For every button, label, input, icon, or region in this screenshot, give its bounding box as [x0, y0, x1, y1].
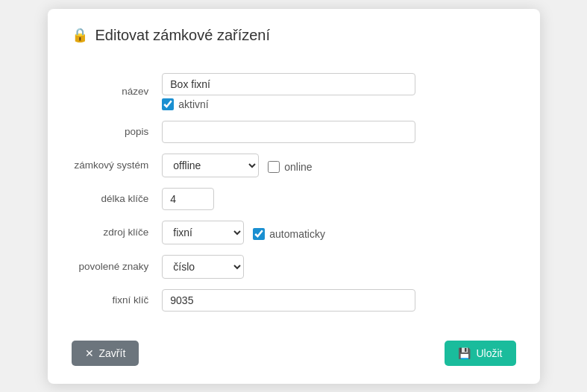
automatic-checkbox[interactable] [253, 228, 265, 240]
active-row: aktivní [162, 98, 512, 110]
lock-system-cell: offline online online [159, 148, 515, 183]
modal-header: 🔒 Editovat zámkové zařízení [72, 27, 516, 50]
description-input[interactable] [162, 121, 415, 143]
allowed-chars-label: povolené znaky [72, 250, 160, 284]
name-row: název aktivní [72, 68, 516, 116]
fixed-key-label: fixní klíč [72, 284, 160, 317]
allowed-chars-cell: číslo písmeno vše [159, 250, 515, 284]
active-label[interactable]: aktivní [178, 98, 208, 110]
key-source-label: zdroj klíče [72, 215, 160, 250]
fixed-key-row: fixní klíč [72, 284, 516, 317]
key-length-label: délka klíče [72, 183, 160, 215]
description-cell [159, 116, 515, 148]
fixed-key-cell [159, 284, 515, 317]
form-table: název aktivní popis zámkový systém [72, 68, 516, 317]
lock-system-label: zámkový systém [72, 148, 160, 183]
automatic-label[interactable]: automaticky [269, 228, 325, 240]
lock-system-select[interactable]: offline online [162, 154, 259, 177]
lock-system-group: offline online online [162, 154, 512, 177]
save-icon: 💾 [458, 347, 471, 359]
close-label: Zavřít [99, 347, 126, 359]
lock-system-row: zámkový systém offline online online [72, 148, 516, 183]
key-source-cell: fixní náhodný sekvenční automaticky [159, 215, 515, 250]
key-source-group: fixní náhodný sekvenční automaticky [162, 221, 512, 244]
allowed-chars-select[interactable]: číslo písmeno vše [162, 255, 244, 279]
close-button[interactable]: ✕ Zavřít [72, 341, 139, 366]
online-label[interactable]: online [284, 161, 312, 173]
key-length-row: délka klíče [72, 183, 516, 215]
key-length-input[interactable] [162, 188, 214, 210]
name-input[interactable] [162, 73, 415, 95]
save-label: Uložit [476, 347, 502, 359]
save-button[interactable]: 💾 Uložit [445, 341, 515, 366]
modal-title: Editovat zámkové zařízení [95, 27, 271, 44]
active-checkbox[interactable] [162, 98, 174, 110]
key-length-cell [159, 183, 515, 215]
allowed-chars-row: povolené znaky číslo písmeno vše [72, 250, 516, 284]
key-source-select[interactable]: fixní náhodný sekvenční [162, 221, 244, 244]
description-row: popis [72, 116, 516, 148]
online-row: online [268, 161, 312, 173]
name-cell: aktivní [159, 68, 515, 116]
modal-footer: ✕ Zavřít 💾 Uložit [72, 335, 516, 366]
name-label: název [72, 68, 160, 116]
automatic-row: automaticky [253, 228, 325, 240]
modal-container: 🔒 Editovat zámkové zařízení název aktivn… [48, 9, 540, 384]
online-checkbox[interactable] [268, 161, 280, 173]
fixed-key-input[interactable] [162, 289, 415, 312]
key-source-row: zdroj klíče fixní náhodný sekvenční auto… [72, 215, 516, 250]
close-icon: ✕ [85, 347, 94, 359]
description-label: popis [72, 116, 160, 148]
lock-icon: 🔒 [72, 27, 88, 43]
